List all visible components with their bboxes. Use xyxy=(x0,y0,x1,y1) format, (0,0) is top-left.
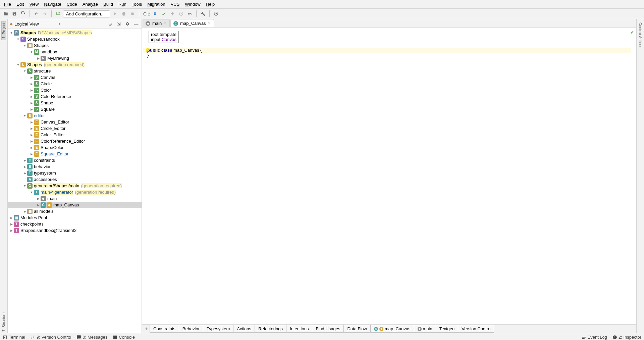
menu-tools[interactable]: Tools xyxy=(129,1,145,8)
project-tree[interactable]: ▼PShapes D:\Workspace\MPS\Shapes ▼SShape… xyxy=(8,29,142,333)
tree-shapecolor[interactable]: ShapeColor xyxy=(41,145,64,150)
tree-canvas[interactable]: Canvas xyxy=(41,75,55,80)
locate-icon[interactable]: ⊕ xyxy=(107,20,113,27)
btab-textgen[interactable]: Textgen xyxy=(436,325,459,333)
menu-navigate[interactable]: Navigate xyxy=(41,1,64,8)
tree-canvas-ed[interactable]: Canvas_Editor xyxy=(41,119,69,125)
menu-help[interactable]: Help xyxy=(203,1,218,8)
help-icon[interactable] xyxy=(212,10,220,17)
structure-tool-button[interactable]: 7: Structure xyxy=(2,311,6,333)
btab-dataflow[interactable]: Data Flow xyxy=(343,325,371,333)
bulb-icon[interactable]: 💡 xyxy=(145,48,150,53)
git-update-icon[interactable] xyxy=(151,10,159,17)
tree-typesystem[interactable]: typesystem xyxy=(34,171,56,176)
tree-accessories[interactable]: accessories xyxy=(34,177,57,182)
open-icon[interactable] xyxy=(2,10,9,17)
btab-findusages[interactable]: Find Usages xyxy=(312,325,344,333)
btab-intentions[interactable]: Intentions xyxy=(286,325,312,333)
back-icon[interactable] xyxy=(33,10,40,17)
tree-checkpoints[interactable]: checkpoints xyxy=(20,222,44,227)
tree-structure[interactable]: structure xyxy=(34,68,51,74)
tree-color[interactable]: Color xyxy=(41,88,51,93)
git-history-icon[interactable] xyxy=(177,10,185,17)
tree-main[interactable]: main xyxy=(47,196,57,201)
console-button[interactable]: Console xyxy=(113,335,135,340)
vcs-button[interactable]: 9: Version Control xyxy=(31,335,71,340)
save-icon[interactable] xyxy=(11,10,18,17)
tree-folder[interactable]: Shapes xyxy=(34,43,49,48)
tree-circle[interactable]: Circle xyxy=(41,81,52,86)
tree-shape[interactable]: Shape xyxy=(41,100,53,105)
tree-main-gen[interactable]: main@generator xyxy=(41,190,73,195)
tree-constraints[interactable]: constraints xyxy=(34,158,55,163)
add-tab-icon[interactable]: + xyxy=(143,326,150,332)
right-tool-rail: Context Actions xyxy=(636,19,644,333)
close-icon[interactable]: × xyxy=(208,21,210,26)
menu-code[interactable]: Code xyxy=(64,1,80,8)
tab-main[interactable]: ◆main× xyxy=(143,19,170,27)
tree-behavior[interactable]: behavior xyxy=(34,164,51,169)
btab-constraints[interactable]: Constraints xyxy=(150,325,179,333)
btab-refactorings[interactable]: Refactorings xyxy=(255,325,286,333)
stop-icon[interactable] xyxy=(129,10,136,17)
menu-run[interactable]: Run xyxy=(116,1,129,8)
tree-editor[interactable]: editor xyxy=(34,113,45,118)
menu-vcs[interactable]: VCS xyxy=(168,1,182,8)
messages-button[interactable]: 0: Messages xyxy=(76,335,107,340)
git-commit-icon[interactable] xyxy=(160,10,167,17)
gear-icon[interactable] xyxy=(124,20,131,27)
eventlog-button[interactable]: Event Log xyxy=(582,335,607,340)
tree-generator[interactable]: generator/Shapes/main xyxy=(34,183,79,188)
btab-mapcanvas[interactable]: C◆map_Canvas xyxy=(370,325,414,333)
project-tool-button[interactable]: 1: Project xyxy=(1,21,6,40)
tree-transient[interactable]: Shapes.sandbox@transient2 xyxy=(20,228,76,233)
tree-sandbox-module[interactable]: Shapes.sandbox xyxy=(27,37,60,42)
btab-behavior[interactable]: Behavior xyxy=(179,325,203,333)
tree-color-ed[interactable]: Color_Editor xyxy=(41,132,65,137)
menu-view[interactable]: View xyxy=(26,1,41,8)
btab-main[interactable]: ◆main xyxy=(414,325,436,333)
debug-icon[interactable] xyxy=(120,10,127,17)
minimize-icon[interactable]: — xyxy=(133,20,140,27)
tree-square[interactable]: Square xyxy=(41,107,55,112)
tree-mydrawing[interactable]: MyDrawing xyxy=(47,56,69,61)
refresh-icon[interactable] xyxy=(19,10,27,17)
tab-map-canvas[interactable]: Cmap_Canvas× xyxy=(170,19,214,27)
git-push-icon[interactable] xyxy=(169,10,176,17)
tree-modules-pool[interactable]: Modules Pool xyxy=(20,215,47,220)
forward-icon[interactable] xyxy=(41,10,49,17)
menu-build[interactable]: Build xyxy=(101,1,116,8)
run-config-combo[interactable]: Add Configuration... xyxy=(63,10,110,17)
project-root[interactable]: Shapes xyxy=(20,30,36,35)
close-icon[interactable]: × xyxy=(164,21,166,26)
collapse-icon[interactable]: ⇲ xyxy=(115,20,122,27)
view-mode-label[interactable]: Logical View xyxy=(14,21,56,27)
tree-lang[interactable]: Shapes xyxy=(27,62,42,67)
dropdown-icon[interactable]: ▼ xyxy=(58,22,61,26)
code-editor[interactable]: ✔ root template input Canvas 💡 public cl… xyxy=(142,28,636,324)
menu-analyze[interactable]: Analyze xyxy=(80,1,101,8)
git-revert-icon[interactable] xyxy=(186,10,194,17)
btab-version[interactable]: Version Contro xyxy=(458,325,494,333)
terminal-button[interactable]: Terminal xyxy=(3,335,25,340)
tree-model-sandbox[interactable]: sandbox xyxy=(41,49,57,54)
tree-all-models[interactable]: all models xyxy=(34,209,54,214)
btab-actions[interactable]: Actions xyxy=(233,325,255,333)
settings-icon[interactable] xyxy=(199,10,207,17)
check-icon: ✔ xyxy=(630,30,634,35)
tree-circle-ed[interactable]: Circle_Editor xyxy=(41,126,65,131)
menu-file[interactable]: File xyxy=(1,1,14,8)
menu-window[interactable]: Window xyxy=(182,1,203,8)
tree-square-ed[interactable]: Square_Editor xyxy=(41,151,68,156)
menu-migration[interactable]: Migration xyxy=(145,1,168,8)
run-icon[interactable] xyxy=(111,10,119,17)
menu-edit[interactable]: Edit xyxy=(14,1,26,8)
tree-map-canvas[interactable]: map_Canvas xyxy=(53,202,79,207)
btab-typesystem[interactable]: Typesystem xyxy=(203,325,233,333)
sidebar-header: ◆ Logical View ▼ ⊕ ⇲ — xyxy=(8,19,142,29)
tree-colorref-ed[interactable]: ColorReference_Editor xyxy=(41,139,85,144)
tree-colorref[interactable]: ColorReference xyxy=(41,94,71,99)
build-icon[interactable] xyxy=(54,10,62,17)
context-actions-button[interactable]: Context Actions xyxy=(638,21,642,49)
inspector-button[interactable]: 2: Inspector xyxy=(612,335,641,340)
